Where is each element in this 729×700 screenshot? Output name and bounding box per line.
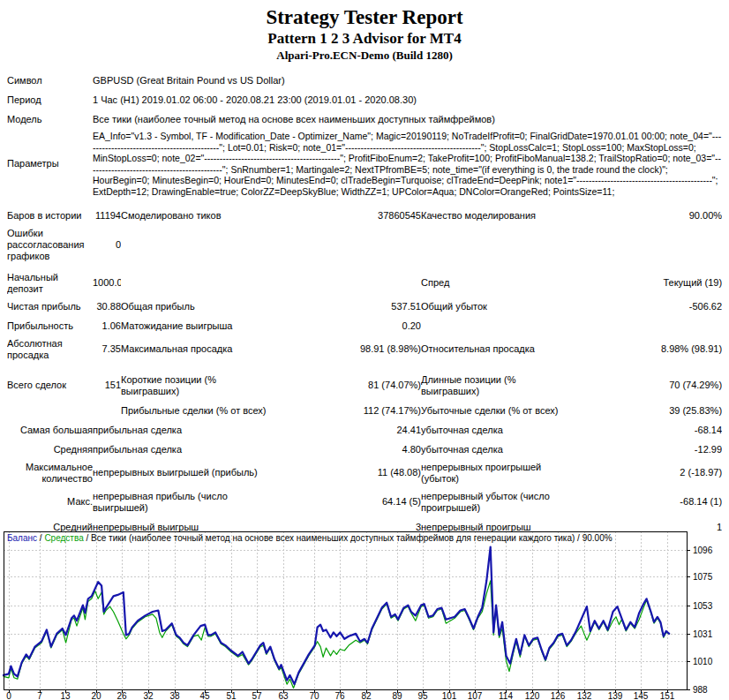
row-label: Макс. bbox=[7, 486, 93, 517]
stat-value: -506.62 bbox=[569, 297, 722, 316]
stat-value bbox=[569, 225, 722, 264]
row-label: Параметры bbox=[7, 129, 93, 199]
stat-value: 1000.00 bbox=[93, 269, 121, 297]
stat-label: непрерывный убыток (число проигрышей) bbox=[421, 486, 569, 517]
report-row: Макс.непрерывная прибыль (число выигрыше… bbox=[7, 486, 722, 517]
stat-label: Относительная просадка bbox=[421, 335, 569, 363]
stat-label: убыточная сделка bbox=[421, 420, 569, 440]
stat-value: 64.14 (5) bbox=[271, 486, 421, 517]
stat-label: Убыточные сделки (% от всех) bbox=[421, 401, 569, 420]
spacer-cell bbox=[7, 199, 722, 206]
stat-value: 2 (-18.97) bbox=[569, 459, 722, 486]
stat-label bbox=[421, 225, 569, 264]
svg-text:1031: 1031 bbox=[693, 629, 713, 639]
stat-value: 112 (74.17%) bbox=[271, 401, 421, 420]
stat-label: Спред bbox=[421, 269, 569, 297]
row-value-text: GBPUSD (Great Britain Pound vs US Dollar… bbox=[93, 71, 722, 90]
stat-label: убыточная сделка bbox=[421, 440, 569, 459]
svg-text:1075: 1075 bbox=[693, 572, 713, 582]
row-label: Прибыльность bbox=[7, 316, 93, 335]
stat-value: -68.14 (1) bbox=[569, 486, 722, 517]
report-title: Strategy Tester Report bbox=[0, 5, 729, 29]
stat-label: прибыльная сделка bbox=[93, 420, 271, 440]
row-value-text: Все тики (наиболее точный метод на основ… bbox=[93, 109, 722, 129]
row-label: Начальный депозит bbox=[7, 269, 93, 297]
stat-label: Общий убыток bbox=[421, 297, 569, 316]
stat-value: 8.98% (98.91) bbox=[569, 335, 722, 363]
row-label: Средняя bbox=[7, 440, 93, 459]
report-row: ПараметрыEA_Info="v1.3 - Symbol, TF - Mo… bbox=[7, 129, 722, 199]
stat-value: 4.80 bbox=[271, 440, 421, 459]
stat-value: 90.00% bbox=[569, 206, 722, 225]
stat-label: непрерывных проигрышей (убыток) bbox=[421, 459, 569, 486]
svg-text:126: 126 bbox=[551, 691, 566, 700]
table-spacer-row bbox=[7, 363, 722, 370]
svg-text:1010: 1010 bbox=[693, 657, 713, 666]
report-row: Баров в истории11194Смоделировано тиков3… bbox=[7, 206, 722, 225]
report-row: Чистая прибыль30.88Общая прибыль537.51Об… bbox=[7, 297, 722, 316]
svg-text:51: 51 bbox=[226, 691, 237, 700]
report-row: Абсолютная просадка7.35Максимальная прос… bbox=[7, 335, 722, 363]
expert-advisor-name: Pattern 1 2 3 Advisor for MT4 bbox=[0, 29, 729, 48]
svg-text:107: 107 bbox=[468, 691, 483, 700]
report-row: Всего сделок151Короткие позиции (% выигр… bbox=[7, 370, 722, 401]
stat-value: 30.88 bbox=[93, 297, 121, 316]
svg-text:132: 132 bbox=[577, 691, 592, 700]
row-label bbox=[7, 401, 93, 420]
svg-text:32: 32 bbox=[143, 691, 154, 700]
row-value-text: 1 Час (H1) 2019.01.02 06:00 - 2020.08.21… bbox=[93, 90, 722, 109]
stat-value: 24.41 bbox=[271, 420, 421, 440]
stat-value bbox=[271, 225, 421, 264]
svg-text:0: 0 bbox=[6, 691, 11, 700]
stat-value: 98.91 (8.98%) bbox=[271, 335, 421, 363]
svg-text:13: 13 bbox=[60, 691, 71, 700]
stat-value: Текущий (19) bbox=[569, 269, 722, 297]
stat-value: 0.20 bbox=[271, 316, 421, 335]
row-label: Баров в истории bbox=[7, 206, 93, 225]
svg-text:1096: 1096 bbox=[693, 546, 713, 555]
stat-value: -68.14 bbox=[569, 420, 722, 440]
stat-value: 7.35 bbox=[93, 335, 121, 363]
stat-value: 39 (25.83%) bbox=[569, 401, 722, 420]
stat-label: Длинные позиции (% выигравших) bbox=[421, 370, 569, 401]
stat-value: 151 bbox=[93, 370, 121, 401]
stat-label: Качество моделирования bbox=[421, 206, 569, 225]
stat-value: 81 (74.07%) bbox=[271, 370, 421, 401]
chart-legend: Баланс / Средства / Все тики (наиболее т… bbox=[7, 533, 613, 543]
stat-label: прибыльная сделка bbox=[93, 440, 271, 459]
row-label: Абсолютная просадка bbox=[7, 335, 93, 363]
svg-text:101: 101 bbox=[442, 691, 457, 700]
report-row: Период1 Час (H1) 2019.01.02 06:00 - 2020… bbox=[7, 90, 722, 109]
svg-text:120: 120 bbox=[525, 691, 540, 700]
stat-value bbox=[271, 269, 421, 297]
report-row: СимволGBPUSD (Great Britain Pound vs US … bbox=[7, 71, 722, 90]
report-row: Ошибки рассогласования графиков0 bbox=[7, 225, 722, 264]
report-row: Прибыльные сделки (% от всех)112 (74.17%… bbox=[7, 401, 722, 420]
row-label: Символ bbox=[7, 71, 93, 90]
stat-value: -12.99 bbox=[569, 440, 722, 459]
spacer-cell bbox=[7, 363, 722, 370]
report-row: Прибыльность1.06Матожидание выигрыша0.20 bbox=[7, 316, 722, 335]
svg-text:1053: 1053 bbox=[693, 601, 713, 611]
table-spacer-row bbox=[7, 199, 722, 206]
report-row: Максимальное количествонепрерывных выигр… bbox=[7, 459, 722, 486]
svg-text:38: 38 bbox=[169, 691, 180, 700]
svg-text:95: 95 bbox=[417, 691, 428, 700]
svg-text:145: 145 bbox=[634, 691, 649, 700]
svg-text:20: 20 bbox=[91, 691, 101, 700]
row-label: Всего сделок bbox=[7, 370, 93, 401]
report-row: Самая большаяприбыльная сделка24.41убыто… bbox=[7, 420, 722, 440]
balance-equity-chart: 0713202632384551576370768289951011071141… bbox=[0, 530, 729, 700]
svg-text:63: 63 bbox=[278, 691, 289, 700]
stat-label: Максимальная просадка bbox=[121, 335, 271, 363]
svg-text:988: 988 bbox=[693, 685, 708, 695]
server-build: Alpari-Pro.ECN-Demo (Build 1280) bbox=[0, 48, 729, 63]
stat-value: 11 (48.08) bbox=[271, 459, 421, 486]
row-label: Максимальное количество bbox=[7, 459, 93, 486]
report-row: Начальный депозит1000.00СпредТекущий (19… bbox=[7, 269, 722, 297]
report-table: СимволGBPUSD (Great Britain Pound vs US … bbox=[7, 71, 722, 537]
report-row: МодельВсе тики (наиболее точный метод на… bbox=[7, 109, 722, 129]
stat-label: Прибыльные сделки (% от всех) bbox=[121, 401, 271, 420]
svg-text:151: 151 bbox=[660, 691, 675, 700]
svg-text:114: 114 bbox=[499, 691, 513, 700]
